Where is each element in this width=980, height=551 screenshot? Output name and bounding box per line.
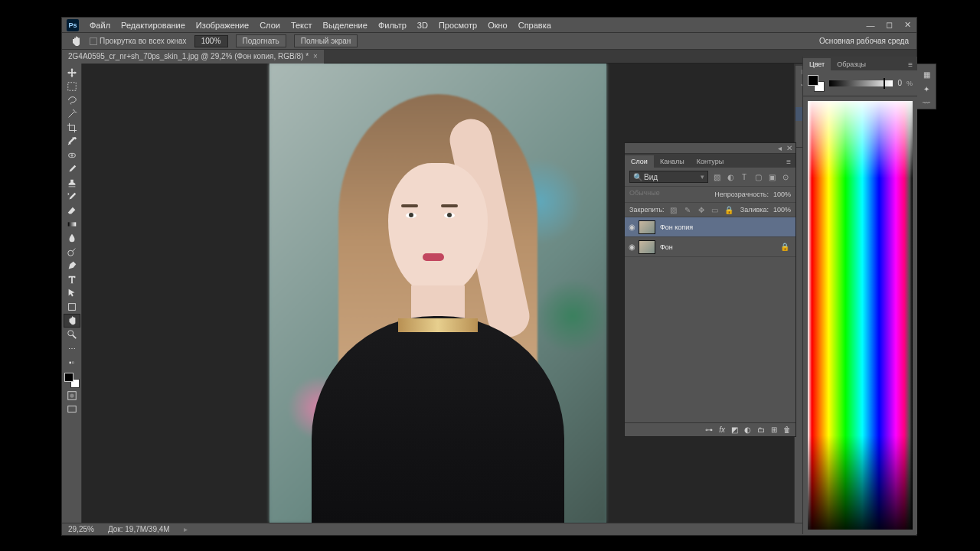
close-button[interactable]: ✕ <box>898 19 916 31</box>
layer-name[interactable]: Фон <box>660 243 673 251</box>
swatches-tab[interactable]: Образцы <box>831 58 872 70</box>
layers-panel-menu-icon[interactable]: ≡ <box>782 156 795 168</box>
menu-select[interactable]: Выделение <box>323 21 368 30</box>
menu-edit[interactable]: Редактирование <box>121 21 185 30</box>
fill-value[interactable]: 100% <box>773 206 791 214</box>
menu-3d[interactable]: 3D <box>417 21 428 30</box>
eyedropper-tool-icon[interactable] <box>64 135 80 148</box>
zoom-level-field[interactable]: 100% <box>194 35 228 47</box>
shape-tool-icon[interactable] <box>64 301 80 313</box>
new-layer-icon[interactable]: ⊞ <box>771 425 777 434</box>
panel-collapse-icon[interactable]: ◂ <box>778 144 782 152</box>
adjustments-icon[interactable]: ✦ <box>920 83 933 95</box>
group-icon[interactable]: 🗀 <box>757 425 765 434</box>
hand-tool[interactable] <box>64 315 80 327</box>
adjustment-layer-icon[interactable]: ◐ <box>744 425 751 434</box>
scroll-all-checkbox[interactable]: Прокрутка во всех окнах <box>90 37 187 45</box>
layer-row-copy[interactable]: ◉ Фон копия <box>625 217 795 237</box>
color-chips[interactable] <box>808 75 825 92</box>
zoom-tool-icon[interactable] <box>64 328 80 341</box>
document-canvas[interactable] <box>270 64 606 523</box>
delete-layer-icon[interactable]: 🗑 <box>783 425 791 434</box>
maximize-button[interactable]: ◻ <box>880 19 898 31</box>
menu-window[interactable]: Окно <box>488 21 508 30</box>
filter-toggle-icon[interactable]: ⊙ <box>780 171 791 182</box>
spectrum-picker[interactable] <box>808 101 913 530</box>
brush-tool-icon[interactable] <box>64 163 80 175</box>
edit-toolbar-icon[interactable]: ▪▫ <box>64 356 80 368</box>
layer-mask-icon[interactable]: ◩ <box>731 425 738 434</box>
workspace-switcher[interactable]: Основная рабочая среда <box>819 37 909 45</box>
layer-fx-icon[interactable]: fx <box>719 425 725 434</box>
healing-brush-tool-icon[interactable] <box>64 149 80 161</box>
layers-tab[interactable]: Слои <box>625 155 654 168</box>
crop-tool-icon[interactable] <box>64 122 80 134</box>
menu-help[interactable]: Справка <box>518 21 551 30</box>
styles-icon[interactable]: 〰 <box>920 97 933 109</box>
paths-tab[interactable]: Контуры <box>691 155 730 168</box>
visibility-toggle[interactable]: ◉ <box>625 223 639 231</box>
color-panel-menu-icon[interactable]: ≡ <box>903 59 917 70</box>
color-swatches[interactable] <box>64 373 80 388</box>
menu-layers[interactable]: Слои <box>260 21 280 30</box>
fullscreen-button[interactable]: Полный экран <box>294 34 358 47</box>
menu-image[interactable]: Изображение <box>196 21 249 30</box>
filter-adjust-icon[interactable]: ◐ <box>725 171 736 182</box>
status-more-icon[interactable]: ▸ <box>184 525 188 533</box>
visibility-toggle[interactable]: ◉ <box>625 243 639 251</box>
link-layers-icon[interactable]: ⊶ <box>705 425 713 434</box>
quick-mask-icon[interactable] <box>64 390 80 402</box>
brightness-slider[interactable] <box>829 80 893 86</box>
slider-value[interactable]: 0 <box>897 79 902 87</box>
close-tab-icon[interactable]: × <box>313 52 318 60</box>
libraries-icon[interactable]: ▦ <box>920 69 933 80</box>
lasso-tool-icon[interactable] <box>64 94 80 106</box>
filter-type-icon[interactable]: T <box>739 171 750 182</box>
document-tab[interactable]: 2G4A0595_cr_nr+sh_70ps_skin_1.jpg @ 29,2… <box>62 50 324 64</box>
dodge-tool-icon[interactable] <box>64 246 80 258</box>
filter-smart-icon[interactable]: ▣ <box>766 171 777 182</box>
lock-artboard-icon[interactable]: ▭ <box>710 205 720 214</box>
minimize-button[interactable]: — <box>861 19 880 31</box>
status-doc-info[interactable]: Док: 19,7M/39,4M <box>108 525 170 533</box>
color-tab[interactable]: Цвет <box>803 58 831 70</box>
more-tools-icon[interactable]: ⋯ <box>64 342 80 354</box>
fill-label: Заливка: <box>740 206 769 214</box>
menu-text[interactable]: Текст <box>291 21 312 30</box>
lock-all-icon[interactable]: 🔒 <box>724 205 733 214</box>
svg-rect-4 <box>68 304 75 311</box>
screen-mode-icon[interactable] <box>64 403 80 416</box>
svg-rect-2 <box>67 222 76 226</box>
foreground-color[interactable] <box>64 373 74 382</box>
lock-transparent-icon[interactable]: ▨ <box>669 205 678 214</box>
panel-close-icon[interactable]: ✕ <box>786 144 792 152</box>
menu-view[interactable]: Просмотр <box>439 21 477 30</box>
magic-wand-tool-icon[interactable] <box>64 108 80 120</box>
history-brush-tool-icon[interactable] <box>64 191 80 203</box>
eraser-tool-icon[interactable] <box>64 204 80 217</box>
layers-panel-titlebar[interactable]: ◂ ✕ <box>625 143 795 154</box>
marquee-tool-icon[interactable] <box>64 80 80 93</box>
pen-tool-icon[interactable] <box>64 259 80 272</box>
layer-filter-kind[interactable]: 🔍Вид <box>629 171 708 183</box>
channels-tab[interactable]: Каналы <box>654 155 691 168</box>
layer-name[interactable]: Фон копия <box>660 223 693 231</box>
fit-screen-button[interactable]: Подогнать <box>236 34 286 47</box>
layer-row-background[interactable]: ◉ Фон 🔒 <box>625 237 795 257</box>
menu-filter[interactable]: Фильтр <box>378 21 407 30</box>
blur-tool-icon[interactable] <box>64 232 80 244</box>
filter-shape-icon[interactable]: ▢ <box>753 171 763 182</box>
lock-paint-icon[interactable]: ✎ <box>683 205 692 214</box>
stamp-tool-icon[interactable] <box>64 177 80 189</box>
move-tool-icon[interactable] <box>64 67 80 79</box>
opacity-value[interactable]: 100% <box>773 191 791 198</box>
lock-position-icon[interactable]: ✥ <box>697 205 706 214</box>
blend-mode-select[interactable]: Обычные <box>629 189 683 200</box>
filter-pixel-icon[interactable]: ▧ <box>711 171 722 182</box>
path-selection-tool-icon[interactable] <box>64 287 80 299</box>
fg-chip[interactable] <box>808 75 818 86</box>
status-zoom[interactable]: 29,25% <box>68 525 94 533</box>
menu-file[interactable]: Файл <box>90 21 110 30</box>
type-tool-icon[interactable] <box>64 273 80 285</box>
gradient-tool-icon[interactable] <box>64 218 80 230</box>
